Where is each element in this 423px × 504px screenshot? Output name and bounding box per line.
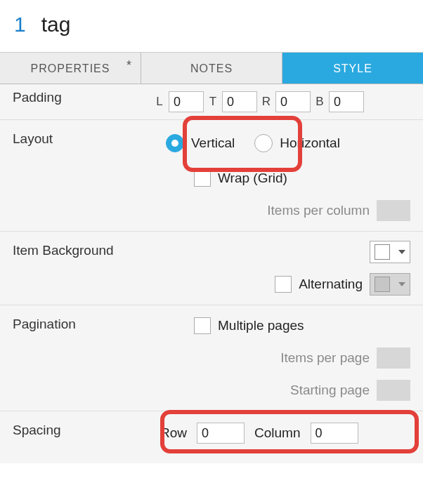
section-padding: Padding L T R B (0, 84, 423, 120)
section-spacing: Spacing Row Column (0, 411, 423, 463)
padding-top-label: T (207, 95, 219, 109)
section-layout: Layout Vertical Horizontal Wrap (Grid) I… (0, 120, 423, 232)
items-per-column-input (377, 200, 410, 221)
section-label: Padding (13, 88, 153, 105)
alternating-label: Alternating (299, 277, 363, 292)
layout-horizontal-label: Horizontal (280, 135, 340, 151)
chevron-down-icon (398, 250, 405, 254)
padding-left-label: L (153, 95, 166, 109)
items-per-page-label: Items per page (280, 350, 370, 366)
multiple-pages-checkbox[interactable] (194, 317, 211, 334)
tab-label: NOTES (190, 62, 233, 74)
element-tag-name: tag (41, 13, 71, 37)
tab-dirty-indicator: * (126, 58, 132, 73)
tab-style[interactable]: STYLE (282, 53, 423, 84)
chevron-down-icon (398, 282, 405, 286)
items-per-page-input (377, 347, 410, 369)
starting-page-label: Starting page (290, 383, 370, 398)
tab-notes[interactable]: NOTES (141, 53, 282, 84)
tab-properties[interactable]: PROPERTIES * (0, 53, 141, 84)
alternating-color-dropdown (370, 273, 410, 296)
spacing-row-input[interactable] (197, 423, 245, 444)
layout-vertical-radio[interactable] (166, 134, 184, 152)
padding-bottom-label: B (313, 95, 326, 109)
tab-bar: PROPERTIES * NOTES STYLE (0, 53, 423, 84)
panel-header: 1 tag (0, 0, 423, 53)
color-swatch-icon (375, 277, 390, 292)
padding-bottom-input[interactable] (329, 91, 364, 112)
tab-label: PROPERTIES (31, 62, 110, 74)
padding-right-label: R (260, 95, 273, 109)
section-label: Spacing (13, 418, 153, 438)
spacing-column-label: Column (254, 425, 300, 441)
padding-top-input[interactable] (222, 91, 257, 112)
layout-wrap-label: Wrap (Grid) (218, 171, 287, 186)
spacing-column-input[interactable] (311, 423, 358, 444)
section-label: Layout (13, 127, 153, 147)
alternating-checkbox[interactable] (275, 276, 292, 293)
section-label: Item Background (13, 239, 153, 258)
tab-label: STYLE (333, 62, 372, 74)
starting-page-input (377, 380, 410, 401)
layout-vertical-label: Vertical (191, 135, 235, 151)
color-swatch-icon (375, 244, 390, 260)
layout-horizontal-radio[interactable] (254, 134, 273, 152)
element-index: 1 (14, 13, 26, 37)
spacing-row-label: Row (160, 425, 187, 441)
section-label: Pagination (13, 312, 153, 332)
multiple-pages-label: Multiple pages (218, 318, 304, 333)
section-item-background: Item Background Alternating (0, 232, 423, 305)
padding-right-input[interactable] (275, 91, 311, 112)
layout-wrap-checkbox[interactable] (194, 170, 211, 187)
items-per-column-label: Items per column (267, 203, 370, 218)
item-background-color-dropdown[interactable] (370, 241, 410, 263)
section-pagination: Pagination Multiple pages Items per page… (0, 305, 423, 411)
padding-left-input[interactable] (169, 91, 204, 112)
